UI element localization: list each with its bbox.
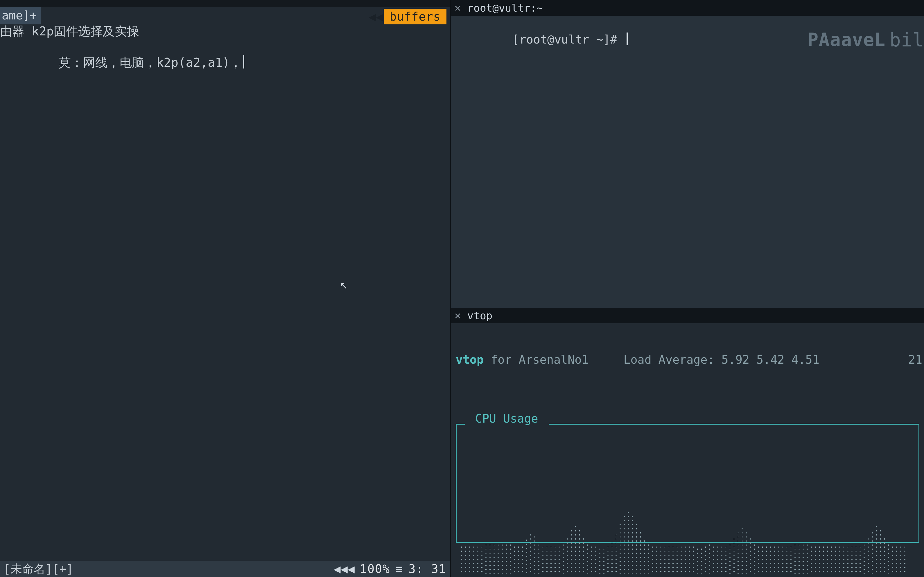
vtop-tab-bar: ✕ vtop [451, 308, 924, 323]
watermark-main: PAaaveL [808, 29, 885, 50]
rewind-icon: ◀◀ [368, 10, 383, 24]
buffers-label: buffers [384, 9, 446, 24]
vtop-host: for ArsenalNo1 [484, 353, 588, 366]
mouse-cursor-icon: ↖ [340, 277, 348, 291]
terminal-tab-title[interactable]: root@vultr:~ [467, 2, 543, 14]
editor-cursor [243, 55, 244, 68]
vtop-header: vtop for ArsenalNo1Load Average: 5.92 5.… [456, 353, 924, 366]
watermark: PAaaveLbil [808, 29, 924, 51]
vtop-load-values: 5.92 5.42 4.51 [722, 353, 819, 366]
status-percent: 100% [360, 562, 390, 575]
cpu-usage-chart [460, 472, 916, 574]
lines-icon: ≡ [395, 562, 402, 576]
terminal-tab-bar: ✕ root@vultr:~ [451, 0, 924, 16]
editor-line-2: 莫：网线，电脑，k2p(a2,a1)， [0, 42, 447, 83]
vtop-area[interactable]: vtop for ArsenalNo1Load Average: 5.92 5.… [451, 323, 924, 577]
buffers-tag[interactable]: ◀◀ buffers [368, 9, 446, 24]
vtop-load-label: Load Average: [624, 353, 721, 366]
editor-statusline: [未命名][+] ◀◀◀ 100% ≡ 3: 31 [0, 561, 450, 577]
shell-cursor [627, 32, 628, 45]
cpu-usage-label: CPU Usage [465, 412, 549, 425]
status-position: 3: 31 [409, 562, 446, 575]
watermark-sub: bil [889, 29, 924, 51]
editor-pane: ame]+ ◀◀ buffers 由器 k2p固件选择及实操 莫：网线，电脑，k… [0, 0, 450, 577]
right-pane: ✕ root@vultr:~ [root@vultr ~]# PAaaveLbi… [450, 0, 924, 577]
editor-topbar [0, 0, 450, 7]
editor-tab[interactable]: ame]+ [0, 7, 41, 24]
vtop-right-number: 21 [908, 353, 924, 366]
editor-line-1: 由器 k2p固件选择及实操 [0, 24, 447, 38]
close-icon[interactable]: ✕ [455, 310, 461, 321]
close-icon[interactable]: ✕ [455, 3, 461, 13]
editor-body[interactable]: 由器 k2p固件选择及实操 莫：网线，电脑，k2p(a2,a1)， ↖ [0, 24, 450, 561]
status-rewind-icon: ◀◀◀ [334, 562, 355, 575]
shell-area[interactable]: [root@vultr ~]# PAaaveLbil [451, 16, 924, 308]
editor-tabline: ame]+ ◀◀ buffers [0, 7, 450, 24]
vtop-tab-title[interactable]: vtop [467, 310, 493, 322]
status-filename: [未命名][+] [3, 561, 73, 577]
app-root: ame]+ ◀◀ buffers 由器 k2p固件选择及实操 莫：网线，电脑，k… [0, 0, 924, 577]
vtop-title: vtop [456, 353, 484, 366]
cpu-usage-panel: CPU Usage [456, 424, 919, 543]
